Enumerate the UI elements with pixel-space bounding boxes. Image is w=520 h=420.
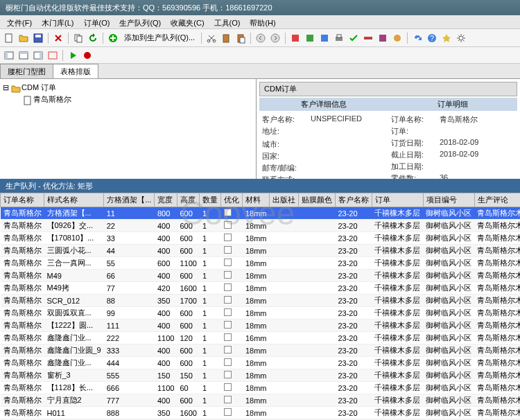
panel2-icon[interactable] — [17, 49, 30, 62]
column-header[interactable]: 项目编号 — [423, 193, 474, 207]
open-icon[interactable] — [17, 32, 30, 44]
table-row[interactable]: 青岛斯格尔三合一真网...556001100118mm23-20千禧橡木多层御树… — [1, 257, 521, 270]
column-header[interactable]: 优化 — [221, 193, 243, 207]
help-icon[interactable]: ? — [426, 32, 438, 44]
checkbox[interactable] — [224, 321, 232, 329]
star-icon[interactable] — [440, 32, 453, 44]
checkbox[interactable] — [224, 383, 232, 391]
menu-item[interactable]: 帮助(H) — [245, 17, 279, 27]
checkbox[interactable] — [224, 246, 232, 254]
add-to-queue-button[interactable]: 添加到生产队列(Q)... — [121, 33, 198, 43]
column-header[interactable]: 高度 — [177, 193, 199, 207]
table-row[interactable]: 青岛斯格尔三圆弧小花...44400600118mm23-20千禧橡木多层御树临… — [1, 245, 521, 257]
table-row[interactable]: 青岛斯格尔SCR_012883501700118mm23-20千禧橡木多层御树临… — [1, 295, 521, 307]
column-header[interactable]: 方格酒架【... — [104, 193, 155, 207]
checkbox[interactable] — [224, 308, 232, 316]
cell — [269, 344, 298, 357]
expand-icon[interactable] — [46, 49, 59, 62]
panel3-icon[interactable] — [32, 49, 44, 62]
menu-item[interactable]: 工具(O) — [210, 17, 245, 27]
detail-label: 截止日期: — [391, 150, 440, 160]
cell: 1 — [200, 344, 221, 357]
checkbox[interactable] — [224, 346, 232, 353]
checkbox[interactable] — [224, 396, 232, 403]
play-icon[interactable] — [67, 49, 79, 62]
copy-icon[interactable] — [72, 32, 85, 44]
column-header[interactable]: 生产评论 — [474, 193, 520, 207]
checkbox[interactable] — [224, 209, 232, 216]
column-header[interactable]: 样式名称 — [44, 193, 104, 207]
save-icon[interactable] — [32, 32, 44, 44]
column-header[interactable]: 出版社 — [269, 193, 298, 207]
print-icon[interactable] — [333, 32, 345, 44]
column-header[interactable]: 订单名称 — [1, 193, 44, 207]
tool8-icon[interactable] — [391, 32, 404, 44]
table-row[interactable]: 青岛斯格尔鑫隆鑫门业...2221100120116mm23-20千禧橡木多层御… — [1, 332, 521, 344]
checkbox[interactable] — [224, 234, 232, 241]
menu-item[interactable]: 收藏夹(C) — [166, 17, 208, 27]
table-row[interactable]: 青岛斯格尔M49拷774201600118mm23-20千禧橡木多层御树临风小区… — [1, 282, 521, 295]
table-row[interactable]: 青岛斯格尔【1222】圆...111400600118mm23-20千禧橡木多层… — [1, 320, 521, 332]
table-row[interactable]: 青岛斯格尔M4966400600118mm23-20千禧橡木多层御树临风小区青岛… — [1, 270, 521, 282]
refresh-icon[interactable] — [87, 32, 99, 44]
cell: 青岛斯格尔木业机械 — [474, 320, 520, 332]
cell: 青岛斯格尔 — [1, 369, 44, 382]
checkbox[interactable] — [224, 283, 232, 291]
table-row[interactable]: 青岛斯格尔H0118883501600118mm23-20千禧橡木多层御树临风小… — [1, 407, 521, 419]
column-header[interactable]: 材料 — [243, 193, 270, 207]
menu-item[interactable]: 文件(F) — [3, 17, 36, 27]
table-row[interactable]: 青岛斯格尔【170810】...33400600118mm23-20千禧橡木多层… — [1, 232, 521, 245]
table-row[interactable]: 青岛斯格尔宁月直隐2777400600118mm23-20千禧橡木多层御树临风小… — [1, 394, 521, 407]
checkbox[interactable] — [224, 333, 232, 341]
tool1-icon[interactable] — [289, 32, 302, 44]
table-row[interactable]: 青岛斯格尔【0926】交...22400600118mm23-20千禧橡木多层御… — [1, 220, 521, 232]
new-icon[interactable] — [3, 32, 15, 44]
checkbox[interactable] — [224, 221, 232, 229]
paste2-icon[interactable] — [234, 32, 247, 44]
table-row[interactable]: 青岛斯格尔方格酒架【...11800600118mm23-20千禧橡木多层御树临… — [1, 207, 521, 220]
tree-root[interactable]: ⊟ CDM 订单 — [3, 82, 253, 94]
checkbox[interactable] — [224, 296, 232, 304]
data-grid[interactable]: 订单名称样式名称方格酒架【...宽度高度数量优化材料出版社贴膜颜色客户名称订单项… — [0, 193, 520, 420]
column-header[interactable]: 宽度 — [155, 193, 177, 207]
table-row[interactable]: 青岛斯格尔鑫隆鑫门业...444400600118mm23-20千禧橡木多层御树… — [1, 357, 521, 369]
checkbox[interactable] — [224, 358, 232, 366]
tool5-icon[interactable] — [347, 32, 360, 44]
checkbox[interactable] — [224, 271, 232, 279]
column-header[interactable]: 订单 — [372, 193, 423, 207]
redo-icon[interactable] — [411, 32, 424, 44]
tree-child[interactable]: 青岛斯格尔 — [3, 94, 253, 105]
cell: 600 — [177, 307, 199, 320]
column-header[interactable]: 客户名称 — [335, 193, 372, 207]
cell: 1 — [200, 232, 221, 245]
tab-door-shape[interactable]: 腰柜门型图 — [0, 64, 53, 78]
table-row[interactable]: 青岛斯格尔【1128】长...666110060118mm23-20千禧橡木多层… — [1, 382, 521, 394]
add-green-icon[interactable] — [107, 32, 119, 44]
paste-icon[interactable] — [220, 32, 232, 44]
tool2-icon[interactable] — [304, 32, 316, 44]
tool3-icon[interactable] — [318, 32, 331, 44]
cut-icon[interactable] — [205, 32, 218, 44]
back-icon[interactable] — [254, 32, 267, 44]
checkbox[interactable] — [224, 259, 232, 266]
table-row[interactable]: 青岛斯格尔鑫隆鑫门业圆_9333400600118mm23-20千禧橡木多层御树… — [1, 344, 521, 357]
gear-icon[interactable] — [455, 32, 467, 44]
checkbox[interactable] — [224, 371, 232, 378]
delete-icon[interactable] — [52, 32, 64, 44]
table-row[interactable]: 青岛斯格尔双圆弧双直...99400600118mm23-20千禧橡木多层御树临… — [1, 307, 521, 320]
column-header[interactable]: 贴膜颜色 — [298, 193, 335, 207]
menu-item[interactable]: 生产队列(Q) — [115, 17, 165, 27]
forward-icon[interactable] — [269, 32, 281, 44]
cell: 666 — [104, 382, 155, 394]
column-header[interactable]: 数量 — [200, 193, 221, 207]
stop-icon[interactable] — [81, 49, 94, 62]
checkbox[interactable] — [224, 408, 232, 416]
tool6-icon[interactable] — [362, 32, 374, 44]
tab-table-layout[interactable]: 表格排版 — [53, 64, 98, 78]
menu-item[interactable]: 木门库(L) — [37, 17, 78, 27]
table-row[interactable]: 青岛斯格尔窗析_3555150150118mm23-20千禧橡木多层御树临风小区… — [1, 369, 521, 382]
panel1-icon[interactable] — [3, 49, 15, 62]
tool7-icon[interactable] — [376, 32, 389, 44]
svg-rect-27 — [19, 52, 28, 54]
menu-item[interactable]: 订单(O) — [80, 17, 114, 27]
